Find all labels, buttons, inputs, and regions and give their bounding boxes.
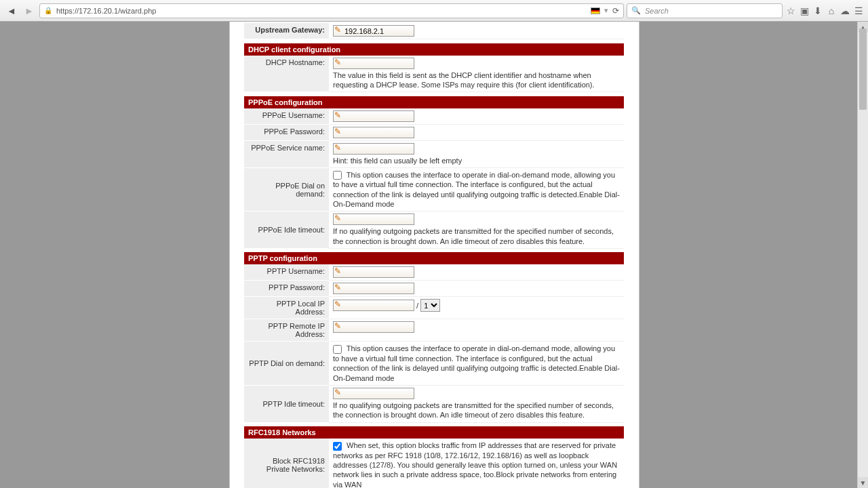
upstream-gateway-input[interactable] xyxy=(333,25,414,37)
pppoe-idle-label: PPPoE Idle timeout: xyxy=(244,211,329,249)
pptp-dod-label: PPTP Dial on demand: xyxy=(244,342,329,385)
config-table: Upstream Gateway: DHCP client configurat… xyxy=(244,23,624,488)
pppoe-username-label: PPPoE Username: xyxy=(244,108,329,125)
dhcp-hostname-hint: The value in this field is sent as the D… xyxy=(333,70,620,90)
browser-toolbar: ◄ ► 🔒 https://172.16.20.1/wizard.php ▾ ⟳… xyxy=(0,0,868,22)
pocket-icon[interactable]: ▣ xyxy=(799,5,810,16)
pppoe-username-input[interactable] xyxy=(333,110,414,122)
pppoe-password-input[interactable] xyxy=(333,127,414,138)
pppoe-service-label: PPPoE Service name: xyxy=(244,140,329,167)
dhcp-section-header: DHCP client configuration xyxy=(244,43,624,56)
pptp-dod-checkbox[interactable] xyxy=(333,345,342,354)
rfc1918-block-hint: When set, this option blocks traffic fro… xyxy=(333,441,617,488)
scroll-thumb[interactable] xyxy=(859,28,867,110)
search-bar[interactable]: 🔍 Search xyxy=(627,3,783,18)
bookmark-star-icon[interactable]: ☆ xyxy=(785,5,796,16)
pppoe-idle-hint: If no qualifying outgoing packets are tr… xyxy=(333,226,620,246)
menu-icon[interactable]: ☰ xyxy=(853,5,864,16)
pptp-idle-label: PPTP Idle timeout: xyxy=(244,385,329,422)
rfc1918-block-checkbox[interactable] xyxy=(333,442,342,451)
pppoe-section-header: PPPoE configuration xyxy=(244,96,624,108)
home-icon[interactable]: ⌂ xyxy=(826,5,837,16)
pppoe-dod-label: PPPoE Dial on demand: xyxy=(244,167,329,211)
chat-icon[interactable]: ☁ xyxy=(840,5,850,16)
pptp-username-input[interactable] xyxy=(333,266,414,278)
flag-icon xyxy=(591,7,600,14)
upstream-gateway-label: Upstream Gateway: xyxy=(244,23,329,39)
pppoe-service-hint: Hint: this field can usually be left emp… xyxy=(333,156,620,165)
forward-button[interactable]: ► xyxy=(22,3,37,18)
rfc1918-block-label: Block RFC1918 Private Networks: xyxy=(244,439,329,488)
pptp-localip-mask-select[interactable]: 1 xyxy=(420,299,440,312)
pppoe-dod-hint: This option causes the interface to oper… xyxy=(333,171,620,208)
url-bar[interactable]: 🔒 https://172.16.20.1/wizard.php ▾ ⟳ xyxy=(39,3,624,18)
refresh-icon[interactable]: ⟳ xyxy=(612,6,619,16)
pptp-idle-input[interactable] xyxy=(333,388,414,399)
pptp-remoteip-label: PPTP Remote IP Address: xyxy=(244,319,329,342)
pptp-password-input[interactable] xyxy=(333,283,414,294)
pptp-localip-label: PPTP Local IP Address: xyxy=(244,297,329,319)
pppoe-service-input[interactable] xyxy=(333,143,414,155)
rfc1918-section-header: RFC1918 Networks xyxy=(244,426,624,439)
pppoe-password-label: PPPoE Password: xyxy=(244,124,329,140)
pptp-localip-input[interactable] xyxy=(333,300,414,311)
scrollbar[interactable]: ▲ ▼ xyxy=(857,22,868,488)
dhcp-hostname-label: DHCP Hostname: xyxy=(244,56,329,92)
pptp-dod-hint: This option causes the interface to oper… xyxy=(333,344,620,382)
pppoe-dod-checkbox[interactable] xyxy=(333,171,342,180)
pptp-password-label: PPTP Password: xyxy=(244,281,329,297)
pppoe-idle-input[interactable] xyxy=(333,214,414,225)
pptp-idle-hint: If no qualifying outgoing packets are tr… xyxy=(333,401,620,420)
back-button[interactable]: ◄ xyxy=(4,3,19,18)
pptp-remoteip-input[interactable] xyxy=(333,321,414,333)
dhcp-hostname-input[interactable] xyxy=(333,58,414,69)
pptp-username-label: PPTP Username: xyxy=(244,264,329,281)
search-icon: 🔍 xyxy=(631,6,641,15)
downloads-icon[interactable]: ⬇ xyxy=(812,5,823,16)
pptp-section-header: PPTP configuration xyxy=(244,252,624,264)
url-text: https://172.16.20.1/wizard.php xyxy=(56,7,587,15)
reader-icon[interactable]: ▾ xyxy=(604,6,608,15)
search-placeholder: Search xyxy=(645,7,669,15)
lock-icon: 🔒 xyxy=(44,7,52,14)
scroll-down-icon[interactable]: ▼ xyxy=(858,477,868,488)
